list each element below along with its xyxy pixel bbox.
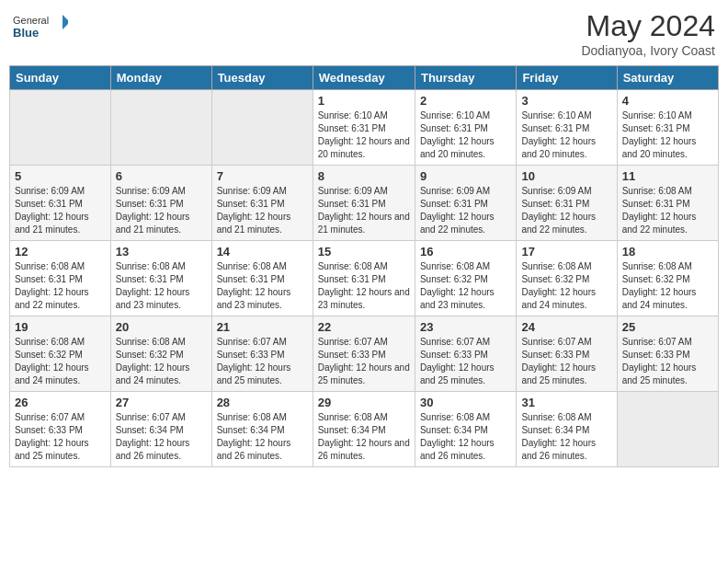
calendar-header-row: Sunday Monday Tuesday Wednesday Thursday… (10, 66, 719, 90)
table-row (617, 392, 718, 467)
header-friday: Friday (517, 66, 617, 90)
calendar-week-row: 19 Sunrise: 6:08 AMSunset: 6:32 PMDaylig… (10, 316, 719, 392)
day-number: 11 (622, 169, 713, 183)
day-info: Sunrise: 6:07 AMSunset: 6:33 PMDaylight:… (15, 412, 89, 461)
table-row: 13 Sunrise: 6:08 AMSunset: 6:31 PMDaylig… (110, 241, 211, 316)
day-info: Sunrise: 6:09 AMSunset: 6:31 PMDaylight:… (318, 186, 410, 235)
day-info: Sunrise: 6:08 AMSunset: 6:31 PMDaylight:… (217, 261, 291, 310)
day-number: 23 (420, 320, 511, 334)
table-row (211, 90, 313, 166)
day-number: 3 (521, 94, 611, 108)
day-number: 5 (15, 169, 106, 183)
day-info: Sunrise: 6:08 AMSunset: 6:31 PMDaylight:… (15, 261, 89, 310)
day-info: Sunrise: 6:08 AMSunset: 6:32 PMDaylight:… (521, 261, 596, 310)
header-saturday: Saturday (617, 66, 718, 90)
day-info: Sunrise: 6:08 AMSunset: 6:32 PMDaylight:… (420, 261, 495, 310)
day-info: Sunrise: 6:07 AMSunset: 6:33 PMDaylight:… (420, 337, 495, 385)
day-number: 22 (318, 320, 410, 334)
day-number: 10 (521, 169, 611, 183)
day-number: 1 (318, 94, 410, 108)
day-number: 13 (116, 245, 207, 259)
table-row (110, 90, 211, 166)
day-number: 27 (116, 396, 207, 409)
header-thursday: Thursday (415, 66, 516, 90)
header-sunday: Sunday (10, 66, 111, 90)
day-info: Sunrise: 6:07 AMSunset: 6:34 PMDaylight:… (116, 412, 190, 461)
day-info: Sunrise: 6:07 AMSunset: 6:33 PMDaylight:… (622, 337, 697, 385)
day-info: Sunrise: 6:09 AMSunset: 6:31 PMDaylight:… (420, 186, 495, 235)
table-row: 28 Sunrise: 6:08 AMSunset: 6:34 PMDaylig… (211, 392, 313, 467)
day-number: 21 (217, 320, 308, 334)
day-info: Sunrise: 6:08 AMSunset: 6:32 PMDaylight:… (15, 337, 89, 385)
calendar-table: Sunday Monday Tuesday Wednesday Thursday… (9, 65, 719, 467)
header-wednesday: Wednesday (313, 66, 415, 90)
table-row: 4 Sunrise: 6:10 AMSunset: 6:31 PMDayligh… (617, 90, 718, 166)
day-info: Sunrise: 6:07 AMSunset: 6:33 PMDaylight:… (521, 337, 596, 385)
day-info: Sunrise: 6:08 AMSunset: 6:34 PMDaylight:… (318, 412, 410, 461)
day-number: 8 (318, 169, 410, 183)
table-row: 25 Sunrise: 6:07 AMSunset: 6:33 PMDaylig… (617, 316, 718, 392)
table-row: 6 Sunrise: 6:09 AMSunset: 6:31 PMDayligh… (110, 166, 211, 241)
table-row: 7 Sunrise: 6:09 AMSunset: 6:31 PMDayligh… (211, 166, 313, 241)
table-row: 24 Sunrise: 6:07 AMSunset: 6:33 PMDaylig… (517, 316, 617, 392)
svg-text:Blue: Blue (13, 26, 39, 40)
day-number: 29 (318, 396, 410, 409)
day-number: 2 (420, 94, 511, 108)
table-row: 12 Sunrise: 6:08 AMSunset: 6:31 PMDaylig… (10, 241, 111, 316)
calendar-week-row: 26 Sunrise: 6:07 AMSunset: 6:33 PMDaylig… (10, 392, 719, 467)
day-number: 24 (521, 320, 611, 334)
day-number: 7 (217, 169, 308, 183)
day-info: Sunrise: 6:09 AMSunset: 6:31 PMDaylight:… (521, 186, 596, 235)
calendar-week-row: 1 Sunrise: 6:10 AMSunset: 6:31 PMDayligh… (10, 90, 719, 166)
day-info: Sunrise: 6:09 AMSunset: 6:31 PMDaylight:… (116, 186, 190, 235)
table-row: 3 Sunrise: 6:10 AMSunset: 6:31 PMDayligh… (517, 90, 617, 166)
table-row: 22 Sunrise: 6:07 AMSunset: 6:33 PMDaylig… (313, 316, 415, 392)
day-number: 30 (420, 396, 511, 409)
day-number: 6 (116, 169, 207, 183)
page-header: General Blue May 2024 Dodianyoa, Ivory C… (9, 9, 719, 58)
table-row: 16 Sunrise: 6:08 AMSunset: 6:32 PMDaylig… (415, 241, 516, 316)
day-number: 15 (318, 245, 410, 259)
svg-marker-2 (63, 15, 68, 29)
day-info: Sunrise: 6:07 AMSunset: 6:33 PMDaylight:… (217, 337, 291, 385)
day-info: Sunrise: 6:08 AMSunset: 6:34 PMDaylight:… (521, 412, 596, 461)
table-row: 8 Sunrise: 6:09 AMSunset: 6:31 PMDayligh… (313, 166, 415, 241)
table-row: 9 Sunrise: 6:09 AMSunset: 6:31 PMDayligh… (415, 166, 516, 241)
table-row: 20 Sunrise: 6:08 AMSunset: 6:32 PMDaylig… (110, 316, 211, 392)
title-block: May 2024 Dodianyoa, Ivory Coast (581, 9, 715, 58)
table-row: 5 Sunrise: 6:09 AMSunset: 6:31 PMDayligh… (10, 166, 111, 241)
day-number: 31 (521, 396, 611, 409)
table-row: 14 Sunrise: 6:08 AMSunset: 6:31 PMDaylig… (211, 241, 313, 316)
svg-text:General: General (13, 15, 49, 26)
day-number: 28 (217, 396, 308, 409)
day-number: 12 (15, 245, 106, 259)
table-row (10, 90, 111, 166)
day-info: Sunrise: 6:08 AMSunset: 6:32 PMDaylight:… (622, 261, 697, 310)
day-number: 9 (420, 169, 511, 183)
day-info: Sunrise: 6:10 AMSunset: 6:31 PMDaylight:… (521, 110, 596, 159)
table-row: 27 Sunrise: 6:07 AMSunset: 6:34 PMDaylig… (110, 392, 211, 467)
header-tuesday: Tuesday (211, 66, 313, 90)
location-subtitle: Dodianyoa, Ivory Coast (581, 43, 715, 58)
day-info: Sunrise: 6:10 AMSunset: 6:31 PMDaylight:… (420, 110, 495, 159)
table-row: 11 Sunrise: 6:08 AMSunset: 6:31 PMDaylig… (617, 166, 718, 241)
header-monday: Monday (110, 66, 211, 90)
day-number: 14 (217, 245, 308, 259)
day-number: 16 (420, 245, 511, 259)
day-number: 26 (15, 396, 106, 409)
table-row: 17 Sunrise: 6:08 AMSunset: 6:32 PMDaylig… (517, 241, 617, 316)
day-info: Sunrise: 6:09 AMSunset: 6:31 PMDaylight:… (217, 186, 291, 235)
day-number: 18 (622, 245, 713, 259)
table-row: 29 Sunrise: 6:08 AMSunset: 6:34 PMDaylig… (313, 392, 415, 467)
day-info: Sunrise: 6:10 AMSunset: 6:31 PMDaylight:… (622, 110, 697, 159)
day-info: Sunrise: 6:08 AMSunset: 6:31 PMDaylight:… (318, 261, 410, 310)
table-row: 10 Sunrise: 6:09 AMSunset: 6:31 PMDaylig… (517, 166, 617, 241)
table-row: 15 Sunrise: 6:08 AMSunset: 6:31 PMDaylig… (313, 241, 415, 316)
day-info: Sunrise: 6:08 AMSunset: 6:31 PMDaylight:… (116, 261, 190, 310)
calendar-week-row: 5 Sunrise: 6:09 AMSunset: 6:31 PMDayligh… (10, 166, 719, 241)
day-info: Sunrise: 6:08 AMSunset: 6:31 PMDaylight:… (622, 186, 697, 235)
calendar-week-row: 12 Sunrise: 6:08 AMSunset: 6:31 PMDaylig… (10, 241, 719, 316)
day-info: Sunrise: 6:08 AMSunset: 6:32 PMDaylight:… (116, 337, 190, 385)
day-number: 17 (521, 245, 611, 259)
day-number: 25 (622, 320, 713, 334)
